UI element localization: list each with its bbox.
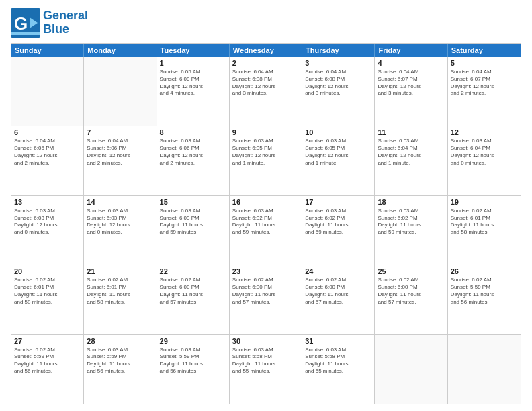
calendar-row: 6Sunrise: 6:04 AM Sunset: 6:06 PM Daylig… <box>11 126 521 195</box>
cell-detail: Sunrise: 6:05 AM Sunset: 6:09 PM Dayligh… <box>160 68 226 97</box>
day-number: 23 <box>232 267 299 275</box>
weekday-header: Friday <box>375 44 447 57</box>
day-number: 30 <box>232 337 299 345</box>
day-number: 2 <box>232 59 299 67</box>
day-number: 10 <box>305 128 371 136</box>
calendar-cell: 24Sunrise: 6:02 AM Sunset: 6:00 PM Dayli… <box>302 265 375 334</box>
calendar-header: SundayMondayTuesdayWednesdayThursdayFrid… <box>11 44 521 57</box>
cell-detail: Sunrise: 6:02 AM Sunset: 6:00 PM Dayligh… <box>305 277 371 306</box>
cell-detail: Sunrise: 6:02 AM Sunset: 6:00 PM Dayligh… <box>160 277 226 306</box>
cell-detail: Sunrise: 6:04 AM Sunset: 6:06 PM Dayligh… <box>87 138 153 167</box>
calendar-cell: 16Sunrise: 6:03 AM Sunset: 6:02 PM Dayli… <box>230 196 302 265</box>
cell-detail: Sunrise: 6:02 AM Sunset: 6:00 PM Dayligh… <box>232 277 299 306</box>
day-number: 26 <box>451 267 518 275</box>
calendar-cell <box>11 57 84 126</box>
calendar-cell: 14Sunrise: 6:03 AM Sunset: 6:03 PM Dayli… <box>84 196 157 265</box>
day-number: 19 <box>451 198 518 206</box>
calendar-cell: 26Sunrise: 6:02 AM Sunset: 5:59 PM Dayli… <box>448 265 521 334</box>
calendar-body: 1Sunrise: 6:05 AM Sunset: 6:09 PM Daylig… <box>11 57 521 404</box>
calendar-cell: 28Sunrise: 6:03 AM Sunset: 5:59 PM Dayli… <box>84 335 157 404</box>
calendar-cell: 25Sunrise: 6:02 AM Sunset: 6:00 PM Dayli… <box>375 265 447 334</box>
weekday-header: Saturday <box>448 44 521 57</box>
calendar: SundayMondayTuesdayWednesdayThursdayFrid… <box>11 43 521 404</box>
day-number: 6 <box>14 128 81 136</box>
page: G General Blue SundayMo <box>0 0 532 411</box>
weekday-header: Tuesday <box>157 44 230 57</box>
day-number: 21 <box>87 267 153 275</box>
day-number: 9 <box>232 128 299 136</box>
calendar-row: 13Sunrise: 6:03 AM Sunset: 6:03 PM Dayli… <box>11 196 521 265</box>
svg-rect-3 <box>11 32 40 35</box>
calendar-cell: 21Sunrise: 6:02 AM Sunset: 6:01 PM Dayli… <box>84 265 157 334</box>
calendar-cell: 22Sunrise: 6:02 AM Sunset: 6:00 PM Dayli… <box>157 265 230 334</box>
calendar-cell: 10Sunrise: 6:03 AM Sunset: 6:05 PM Dayli… <box>302 126 375 195</box>
calendar-cell: 4Sunrise: 6:04 AM Sunset: 6:07 PM Daylig… <box>375 57 447 126</box>
header: G General Blue <box>11 8 521 38</box>
calendar-cell: 18Sunrise: 6:03 AM Sunset: 6:02 PM Dayli… <box>375 196 447 265</box>
cell-detail: Sunrise: 6:03 AM Sunset: 6:06 PM Dayligh… <box>160 138 226 167</box>
logo-text: General Blue <box>43 9 88 36</box>
calendar-row: 1Sunrise: 6:05 AM Sunset: 6:09 PM Daylig… <box>11 57 521 126</box>
cell-detail: Sunrise: 6:02 AM Sunset: 6:01 PM Dayligh… <box>87 277 153 306</box>
calendar-cell: 30Sunrise: 6:03 AM Sunset: 5:58 PM Dayli… <box>230 335 302 404</box>
day-number: 16 <box>232 198 299 206</box>
svg-text:G: G <box>14 13 28 34</box>
cell-detail: Sunrise: 6:03 AM Sunset: 6:02 PM Dayligh… <box>378 208 444 236</box>
day-number: 12 <box>451 128 518 136</box>
day-number: 4 <box>378 59 444 67</box>
calendar-cell: 23Sunrise: 6:02 AM Sunset: 6:00 PM Dayli… <box>230 265 302 334</box>
cell-detail: Sunrise: 6:02 AM Sunset: 6:01 PM Dayligh… <box>451 208 518 236</box>
day-number: 20 <box>14 267 81 275</box>
cell-detail: Sunrise: 6:03 AM Sunset: 6:05 PM Dayligh… <box>305 138 371 167</box>
day-number: 14 <box>87 198 153 206</box>
logo: G General Blue <box>11 8 88 38</box>
day-number: 27 <box>14 337 81 345</box>
day-number: 3 <box>305 59 371 67</box>
cell-detail: Sunrise: 6:02 AM Sunset: 6:00 PM Dayligh… <box>378 277 444 306</box>
day-number: 5 <box>451 59 518 67</box>
cell-detail: Sunrise: 6:03 AM Sunset: 5:58 PM Dayligh… <box>232 347 299 375</box>
calendar-cell: 27Sunrise: 6:02 AM Sunset: 5:59 PM Dayli… <box>11 335 84 404</box>
calendar-cell: 2Sunrise: 6:04 AM Sunset: 6:08 PM Daylig… <box>230 57 302 126</box>
cell-detail: Sunrise: 6:03 AM Sunset: 6:03 PM Dayligh… <box>14 208 81 236</box>
calendar-cell: 11Sunrise: 6:03 AM Sunset: 6:04 PM Dayli… <box>375 126 447 195</box>
day-number: 29 <box>160 337 226 345</box>
weekday-header: Monday <box>84 44 157 57</box>
cell-detail: Sunrise: 6:03 AM Sunset: 5:59 PM Dayligh… <box>87 347 153 375</box>
cell-detail: Sunrise: 6:04 AM Sunset: 6:06 PM Dayligh… <box>14 138 81 167</box>
weekday-header: Thursday <box>302 44 375 57</box>
cell-detail: Sunrise: 6:02 AM Sunset: 6:01 PM Dayligh… <box>14 277 81 306</box>
cell-detail: Sunrise: 6:03 AM Sunset: 6:03 PM Dayligh… <box>87 208 153 236</box>
calendar-cell: 29Sunrise: 6:03 AM Sunset: 5:59 PM Dayli… <box>157 335 230 404</box>
day-number: 24 <box>305 267 371 275</box>
day-number: 13 <box>14 198 81 206</box>
calendar-cell <box>375 335 447 404</box>
calendar-cell: 6Sunrise: 6:04 AM Sunset: 6:06 PM Daylig… <box>11 126 84 195</box>
cell-detail: Sunrise: 6:03 AM Sunset: 6:02 PM Dayligh… <box>305 208 371 236</box>
day-number: 8 <box>160 128 226 136</box>
calendar-cell: 7Sunrise: 6:04 AM Sunset: 6:06 PM Daylig… <box>84 126 157 195</box>
day-number: 15 <box>160 198 226 206</box>
cell-detail: Sunrise: 6:04 AM Sunset: 6:08 PM Dayligh… <box>305 68 371 97</box>
cell-detail: Sunrise: 6:02 AM Sunset: 5:59 PM Dayligh… <box>14 347 81 375</box>
calendar-cell: 1Sunrise: 6:05 AM Sunset: 6:09 PM Daylig… <box>157 57 230 126</box>
cell-detail: Sunrise: 6:04 AM Sunset: 6:07 PM Dayligh… <box>378 68 444 97</box>
logo-icon: G <box>11 8 40 38</box>
day-number: 22 <box>160 267 226 275</box>
calendar-cell: 20Sunrise: 6:02 AM Sunset: 6:01 PM Dayli… <box>11 265 84 334</box>
cell-detail: Sunrise: 6:03 AM Sunset: 6:04 PM Dayligh… <box>451 138 518 167</box>
cell-detail: Sunrise: 6:04 AM Sunset: 6:07 PM Dayligh… <box>451 68 518 97</box>
calendar-row: 20Sunrise: 6:02 AM Sunset: 6:01 PM Dayli… <box>11 265 521 334</box>
day-number: 25 <box>378 267 444 275</box>
weekday-header: Wednesday <box>230 44 302 57</box>
cell-detail: Sunrise: 6:03 AM Sunset: 6:02 PM Dayligh… <box>232 208 299 236</box>
calendar-cell: 31Sunrise: 6:03 AM Sunset: 5:58 PM Dayli… <box>302 335 375 404</box>
calendar-cell: 17Sunrise: 6:03 AM Sunset: 6:02 PM Dayli… <box>302 196 375 265</box>
calendar-cell <box>84 57 157 126</box>
calendar-cell: 3Sunrise: 6:04 AM Sunset: 6:08 PM Daylig… <box>302 57 375 126</box>
weekday-header: Sunday <box>11 44 84 57</box>
day-number: 17 <box>305 198 371 206</box>
cell-detail: Sunrise: 6:03 AM Sunset: 5:59 PM Dayligh… <box>160 347 226 375</box>
calendar-cell: 13Sunrise: 6:03 AM Sunset: 6:03 PM Dayli… <box>11 196 84 265</box>
calendar-cell: 8Sunrise: 6:03 AM Sunset: 6:06 PM Daylig… <box>157 126 230 195</box>
